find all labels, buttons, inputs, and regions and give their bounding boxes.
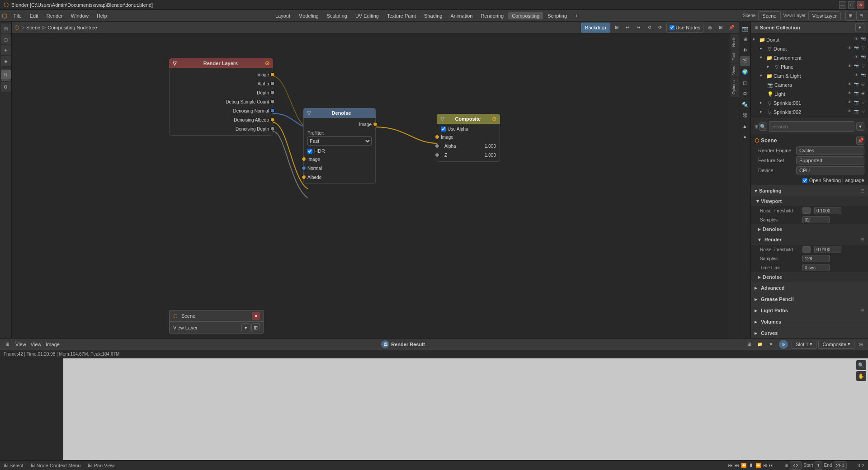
noise-threshold-toggle[interactable] (802, 207, 811, 214)
layout-tab-compositing[interactable]: Compositing (508, 12, 543, 19)
render-header-btn[interactable]: View (29, 340, 43, 349)
ne-toolbar-icon-5[interactable]: ⟳ (656, 23, 665, 32)
sampling-options-icon[interactable]: ☰ (860, 188, 864, 193)
select-menu-btn[interactable]: ◻ (1, 34, 11, 44)
grease-pencil-header[interactable]: ▸ Grease Pencil (751, 294, 868, 305)
vis-icon-extra[interactable]: ▽ (860, 64, 866, 70)
close-button[interactable]: ✕ (857, 1, 864, 9)
render-copy-icon[interactable]: ⊞ (745, 340, 754, 349)
expand-icon[interactable]: ▾ (760, 73, 765, 79)
node-menu-btn[interactable]: ◈ (1, 56, 11, 66)
node-tool-1[interactable]: ⚙ (1, 82, 11, 92)
current-frame[interactable]: 42 (790, 461, 802, 470)
prop-icon-view[interactable]: 👁 (740, 45, 750, 55)
render-mode-icon[interactable]: ⊙ (779, 340, 788, 349)
ne-toolbar-icon-1[interactable]: ⊞ (612, 23, 621, 32)
render-image-btn[interactable]: Image (44, 340, 61, 349)
viewport-subsection[interactable]: ▾ Viewport (751, 196, 868, 206)
expand-icon[interactable]: ▸ (767, 64, 773, 70)
render-noise-value[interactable]: 0.0100 (814, 246, 841, 253)
use-nodes-toggle[interactable]: Use Nodes (666, 23, 703, 33)
prop-icon-material[interactable]: ● (740, 132, 750, 142)
scene-selector[interactable]: Scene (758, 11, 780, 20)
slot-selector[interactable]: Slot 1 ▾ (792, 340, 816, 349)
vis-icon-eye[interactable]: 👁 (853, 37, 859, 43)
vis-icon-eye[interactable]: 👁 (853, 55, 859, 61)
zoom-icon[interactable]: 🔍 (856, 360, 866, 370)
vert-tab-view[interactable]: View (731, 63, 739, 77)
vis-icon-light-extra[interactable]: ◉ (860, 91, 866, 97)
layout-tab-scripting[interactable]: Scripting (544, 12, 571, 19)
layout-tab-animation[interactable]: Animation (447, 12, 476, 19)
render-layers-close-icon[interactable]: ⊙ (265, 60, 269, 66)
vert-tab-options[interactable]: Options (731, 78, 739, 97)
vis-icon-render[interactable]: 📷 (853, 91, 859, 97)
vis-icon-render[interactable]: 📷 (860, 37, 866, 43)
vis-icon-eye[interactable]: 👁 (853, 73, 859, 79)
ne-toolbar-icon-4[interactable]: ⟲ (645, 23, 654, 32)
vis-icon-render[interactable]: 📷 (860, 55, 866, 61)
expand-icon[interactable]: ▾ (753, 37, 758, 42)
view-layer-dropdown[interactable]: ▾ (241, 323, 250, 332)
collection-row-environment[interactable]: ▾ 📁 Environment 👁 📷 (751, 53, 868, 62)
prefilter-select[interactable]: Fast Accurate None (307, 136, 372, 146)
vis-icon-eye[interactable]: 👁 (846, 82, 853, 88)
menu-file[interactable]: File (10, 12, 25, 19)
use-nodes-checkbox[interactable] (670, 25, 675, 30)
add-menu-btn[interactable]: + (1, 45, 11, 55)
window-controls[interactable]: — □ ✕ (839, 1, 864, 9)
render-layers-node[interactable]: ▽ Render Layers ⊙ Image Alpha (169, 58, 273, 136)
props-filter-icon[interactable]: ▼ (856, 122, 864, 131)
hdr-checkbox[interactable] (307, 149, 312, 154)
render-subsection[interactable]: ▾ Render ☰ (751, 234, 868, 245)
expand-icon[interactable]: ▾ (760, 55, 765, 61)
prop-icon-data[interactable]: ▲ (740, 121, 750, 131)
vis-icon-eye[interactable]: 👁 (846, 100, 853, 106)
layout-tab-texture-paint[interactable]: Texture Paint (383, 12, 420, 19)
view-layer-selector[interactable]: View Layer (808, 11, 841, 20)
use-alpha-checkbox[interactable] (441, 127, 446, 132)
vis-icon-eye[interactable]: 👁 (846, 109, 853, 115)
ne-toolbar-icon-3[interactable]: ↪ (634, 23, 643, 32)
layout-tab-layout[interactable]: Layout (272, 12, 294, 19)
collection-row-donut-root[interactable]: ▾ 📁 Donut 👁 📷 (751, 35, 868, 44)
view-menu-btn[interactable]: ⊞ (1, 24, 11, 33)
vis-icon-extra[interactable]: ▽ (860, 109, 866, 115)
denoise-node[interactable]: ▽ Denoise Image Prefilter: Fast (303, 108, 376, 184)
layout-tab-sculpting[interactable]: Sculpting (323, 12, 351, 19)
prop-icon-world[interactable]: 🌍 (740, 67, 750, 77)
layout-tab-modeling[interactable]: Modeling (295, 12, 322, 19)
backdrop-button[interactable]: Backdrop (581, 23, 610, 33)
menu-edit[interactable]: Edit (26, 12, 42, 19)
vis-icon-eye[interactable]: 👁 (846, 91, 853, 97)
render-close-icon[interactable]: ✕ (766, 340, 775, 349)
vis-icon-extra[interactable]: ▽ (860, 46, 866, 52)
sampling-header[interactable]: ▾ Sampling ☰ (751, 185, 868, 196)
expand-icon[interactable]: ▸ (760, 46, 765, 52)
start-frame[interactable]: 1 (815, 461, 822, 470)
collection-row-sprinkle2[interactable]: ▸ ▽ Sprinkle:002 👁 📷 ▽ (751, 108, 868, 117)
layout-tab-uv-editing[interactable]: UV Editing (352, 12, 382, 19)
prop-icon-output[interactable]: 🖥 (740, 34, 750, 44)
vis-icon-render[interactable]: 📷 (853, 64, 859, 70)
viewport-noise-threshold-value[interactable]: 0.1000 (814, 207, 841, 214)
vis-icon-cam-extra[interactable]: ◎ (860, 82, 866, 88)
render-options-icon[interactable]: ☰ (860, 237, 864, 242)
advanced-header[interactable]: ▸ Advanced (751, 282, 868, 293)
prop-icon-render[interactable]: 📷 (740, 24, 750, 33)
ne-pin-icon[interactable]: 📌 (727, 23, 736, 32)
vis-icon-render[interactable]: 📷 (853, 46, 859, 52)
ne-toolbar-icon-2[interactable]: ↩ (623, 23, 632, 32)
render-mode-btn[interactable]: ◎ (856, 340, 865, 349)
collection-row-plane[interactable]: ▸ ▽ Plane 👁 📷 ▽ (751, 62, 868, 71)
menu-render[interactable]: Render (43, 12, 66, 19)
collection-filter-icon[interactable]: ▼ (855, 23, 864, 32)
vert-tab-tool[interactable]: Tool (731, 50, 739, 63)
composite-node[interactable]: ▽ Composite ⊙ Use Alpha Image (437, 114, 500, 162)
collection-row-donut-mesh[interactable]: ▸ ▽ Donut 👁 📷 ▽ (751, 44, 868, 53)
use-nodes-btn[interactable]: N (1, 70, 11, 80)
scene-box-close[interactable]: ✕ (252, 312, 260, 320)
feature-set-value[interactable]: Supported (796, 156, 864, 164)
layout-tab-rendering[interactable]: Rendering (477, 12, 507, 19)
composite-selector[interactable]: Composite ▾ (818, 340, 854, 349)
